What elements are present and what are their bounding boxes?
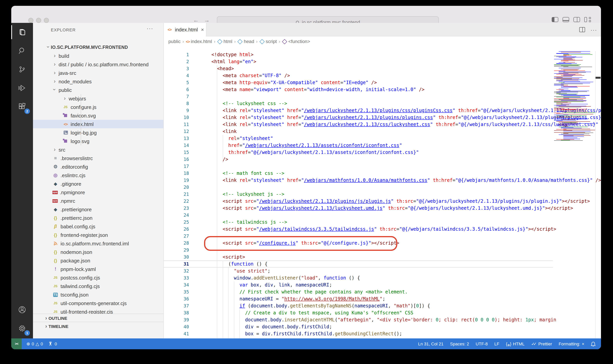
tree-item-label: util-components-generator.cjs bbox=[61, 300, 127, 306]
ports-indicator[interactable]: 0 bbox=[48, 341, 57, 346]
tree-item-public[interactable]: ›public bbox=[33, 86, 163, 94]
breadcrumb-item-index-html[interactable]: <>index.html bbox=[186, 39, 212, 44]
tree-item-.eslintrc.cjs[interactable]: ◎.eslintrc.cjs bbox=[33, 171, 163, 180]
sidebar-title: EXPLORER bbox=[51, 27, 76, 32]
line-number: 15 bbox=[164, 149, 189, 156]
tree-item-index.html[interactable]: <>index.html bbox=[33, 120, 163, 128]
tree-item-label: babel.config.cjs bbox=[61, 223, 95, 229]
activity-settings[interactable]: 1 bbox=[11, 319, 33, 338]
formatter-indicator[interactable]: ✓✓ Prettier bbox=[531, 341, 552, 346]
tree-item-logo.svg[interactable]: logo.svg bbox=[33, 137, 163, 145]
breadcrumb-separator: › bbox=[183, 39, 184, 44]
breadcrumb-separator: › bbox=[256, 39, 258, 44]
tab-index-html[interactable]: <> index.html × bbox=[164, 23, 206, 37]
html-file-icon: <> bbox=[186, 39, 190, 44]
code-line-10: <link rel="stylesheet" href="/webjars/lu… bbox=[211, 114, 601, 121]
tree-item-tsconfig.json[interactable]: TStsconfig.json bbox=[33, 290, 163, 299]
explorer-more-actions[interactable]: ··· bbox=[147, 25, 153, 31]
tree-item-babel.config.cjs[interactable]: βbabel.config.cjs bbox=[33, 222, 163, 231]
line-number: 13 bbox=[164, 135, 189, 142]
cursor-position[interactable]: Ln 31, Col 21 bbox=[418, 341, 443, 346]
nav-forward-button[interactable]: → bbox=[203, 17, 211, 23]
encoding-setting[interactable]: UTF-8 bbox=[476, 341, 488, 346]
breadcrumb-item-html[interactable]: html bbox=[217, 39, 232, 44]
activity-search[interactable] bbox=[11, 41, 33, 60]
tree-item-package.json[interactable]: {}package.json bbox=[33, 256, 163, 265]
breadcrumb-item-script[interactable]: script bbox=[259, 39, 277, 44]
tree-item-.prettierrc.json[interactable]: {}.prettierrc.json bbox=[33, 214, 163, 222]
tree-item-.editorconfig[interactable]: ⚙.editorconfig bbox=[33, 162, 163, 171]
line-number: 39 bbox=[164, 316, 189, 323]
line-number: 23 bbox=[164, 205, 189, 212]
formatting-status[interactable]: Formatting: × bbox=[559, 341, 584, 346]
traffic-light-close[interactable] bbox=[28, 18, 33, 23]
toggle-sidebar-icon[interactable] bbox=[552, 17, 558, 22]
indentation-setting[interactable]: Spaces: 2 bbox=[450, 341, 469, 346]
line-number: 20 bbox=[164, 184, 189, 191]
tree-item-java-src[interactable]: ›java-src bbox=[33, 69, 163, 77]
eol-setting[interactable]: LF bbox=[494, 341, 499, 346]
line-number: 1 bbox=[164, 51, 189, 58]
tree-item-pnpm-lock.yaml[interactable]: !pnpm-lock.yaml bbox=[33, 265, 163, 273]
tree-item-login-bg.jpg[interactable]: login-bg.jpg bbox=[33, 128, 163, 137]
tree-item-nodemon.json[interactable]: {}nodemon.json bbox=[33, 248, 163, 256]
sidebar-section-outline[interactable]: › OUTLINE bbox=[33, 314, 163, 322]
code-line-16: /> bbox=[211, 156, 228, 163]
breadcrumb-label: html bbox=[223, 39, 232, 44]
breadcrumb-item--function-[interactable]: <function> bbox=[282, 39, 310, 44]
toggle-secondary-sidebar-icon[interactable] bbox=[573, 17, 580, 22]
tree-item-webjars[interactable]: ›webjars bbox=[33, 94, 163, 103]
bell-icon[interactable] bbox=[591, 341, 596, 346]
tree-item-.npmignore[interactable]: npm.npmignore bbox=[33, 188, 163, 196]
tree-item-.gitignore[interactable]: ◆.gitignore bbox=[33, 180, 163, 188]
line-number: 31 bbox=[164, 260, 189, 267]
minimap[interactable] bbox=[552, 51, 596, 338]
tree-item-.prettierignore[interactable]: ◆.prettierignore bbox=[33, 205, 163, 214]
tree-item-io.sc.platform.mvc.frontend.iml[interactable]: io.sc.platform.mvc.frontend.iml bbox=[33, 239, 163, 248]
split-editor-icon[interactable] bbox=[579, 27, 585, 32]
tree-item-.browserslistrc[interactable]: ≡.browserslistrc bbox=[33, 154, 163, 162]
tree-item-postcss.config.cjs[interactable]: JSpostcss.config.cjs bbox=[33, 273, 163, 282]
breadcrumb-label: public bbox=[168, 39, 181, 44]
activity-source-control[interactable] bbox=[11, 60, 33, 79]
tree-item-configure.js[interactable]: JSconfigure.js bbox=[33, 103, 163, 111]
activity-extensions[interactable]: 2 bbox=[11, 97, 33, 116]
tree-item-label: build bbox=[59, 53, 69, 59]
code-area[interactable]: 1<!doctype html>2<html lang="en">3 <head… bbox=[164, 51, 601, 338]
language-mode[interactable]: {⊗} HTML bbox=[506, 341, 525, 346]
traffic-light-minimize[interactable] bbox=[36, 18, 41, 23]
tab-close-icon[interactable]: × bbox=[201, 27, 204, 33]
tree-item-frontend-register.json[interactable]: {}frontend-register.json bbox=[33, 231, 163, 239]
tree-root[interactable]: › IO.SC.PLATFORM.MVC.FRONTEND bbox=[33, 43, 163, 52]
customize-layout-icon[interactable] bbox=[584, 17, 591, 22]
sidebar-section-timeline[interactable]: › TIMELINE bbox=[33, 322, 163, 330]
nav-back-button[interactable]: ← bbox=[192, 17, 200, 23]
tree-item-util-components-generator.cjs[interactable]: JSutil-components-generator.cjs bbox=[33, 299, 163, 307]
toggle-panel-icon[interactable] bbox=[563, 17, 569, 22]
line-number: 37 bbox=[164, 302, 189, 309]
breadcrumb-item-public[interactable]: public bbox=[168, 39, 181, 44]
problems-indicator[interactable]: ⊗0 △0 bbox=[26, 341, 43, 347]
tree-item-label: tsconfig.json bbox=[61, 292, 89, 298]
tree-item-dist-public-io.sc.platform.mvc.frontend[interactable]: ›dist / public / io.sc.platform.mvc.fron… bbox=[33, 60, 163, 69]
tree-item-label: logo.svg bbox=[71, 138, 89, 144]
activity-accounts[interactable] bbox=[11, 300, 33, 319]
activity-explorer[interactable] bbox=[11, 23, 33, 41]
tree-item-label: .gitignore bbox=[61, 181, 81, 187]
editor-group: <> index.html × ··· public›<>index.html›… bbox=[164, 23, 601, 338]
traffic-light-zoom[interactable] bbox=[44, 18, 49, 23]
line-number: 41 bbox=[164, 330, 189, 337]
editor-more-actions-icon[interactable]: ··· bbox=[590, 26, 597, 33]
tree-item-build[interactable]: ›build bbox=[33, 52, 163, 60]
tree-item-node-modules[interactable]: ›node_modules bbox=[33, 77, 163, 86]
code-line-8: <!-- luckysheet css --> bbox=[211, 100, 287, 107]
remote-indicator[interactable]: >< bbox=[11, 338, 22, 349]
line-number: 27 bbox=[164, 233, 189, 240]
tree-item-favicon.svg[interactable]: favicon.svg bbox=[33, 111, 163, 120]
line-number: 38 bbox=[164, 309, 189, 316]
tree-item-tailwind.config.cjs[interactable]: JStailwind.config.cjs bbox=[33, 282, 163, 290]
activity-run-debug[interactable] bbox=[11, 79, 33, 97]
breadcrumb-item-head[interactable]: head bbox=[238, 39, 254, 44]
tree-item-src[interactable]: ›src bbox=[33, 145, 163, 154]
tree-item-.npmrc[interactable]: npm.npmrc bbox=[33, 196, 163, 205]
